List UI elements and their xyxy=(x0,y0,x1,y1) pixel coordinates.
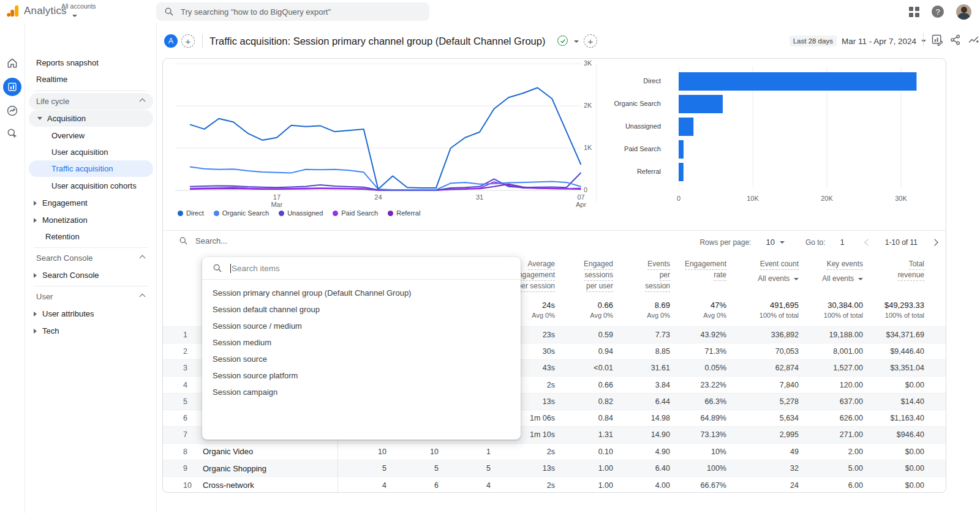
legend-item[interactable]: Organic Search xyxy=(214,209,269,217)
table-header[interactable]: Engagedsessionsper user xyxy=(555,253,613,299)
table-cell: 19,188.00 xyxy=(799,326,863,343)
table-cell: 66.3% xyxy=(670,393,726,410)
sidebar-item-tech[interactable]: Tech xyxy=(25,323,156,339)
chevron-up-icon xyxy=(140,99,146,105)
legend-item[interactable]: Referral xyxy=(388,209,420,217)
y-axis-label: 3K xyxy=(584,59,592,67)
prev-page-icon[interactable] xyxy=(864,239,871,245)
table-cell: 100% xyxy=(670,460,726,476)
legend-item[interactable]: Direct xyxy=(178,209,204,217)
sidebar-item-realtime[interactable]: Realtime xyxy=(25,71,156,88)
add-report-button[interactable]: + xyxy=(584,34,597,48)
sidebar-section-life-cycle[interactable]: Life cycle xyxy=(29,93,153,110)
dropdown-item[interactable]: Session medium xyxy=(202,334,521,351)
totals-cell: 491,695100% of total xyxy=(726,299,799,326)
dropdown-item[interactable]: Session default channel group xyxy=(202,301,521,318)
add-comparison-button[interactable]: + xyxy=(181,34,195,48)
dropdown-search-input[interactable]: Search items xyxy=(202,257,521,280)
table-cell: 5 xyxy=(386,460,439,476)
sidebar-item-user-acquisition[interactable]: User acquisition xyxy=(25,144,156,160)
explore-icon[interactable] xyxy=(3,124,21,143)
table-cell: 31.61 xyxy=(613,360,670,376)
reports-icon[interactable] xyxy=(3,78,21,96)
table-cell: $1,163.40 xyxy=(863,410,946,426)
search-icon xyxy=(213,263,222,273)
table-cell: 0.82 xyxy=(555,393,613,410)
customize-report-icon[interactable] xyxy=(931,34,943,46)
search-icon xyxy=(164,7,174,17)
user-avatar[interactable] xyxy=(956,4,971,20)
next-page-icon[interactable] xyxy=(931,239,938,245)
row-number: 1 xyxy=(163,326,203,343)
chevron-down-icon[interactable] xyxy=(780,241,785,244)
dropdown-item[interactable]: Session primary channel group (Default C… xyxy=(202,285,521,301)
dropdown-item[interactable]: Session source platform xyxy=(202,367,521,384)
divider xyxy=(923,33,924,47)
entity-avatar[interactable]: A xyxy=(164,34,178,48)
sidebar-item-acquisition[interactable]: Acquisition xyxy=(29,110,153,127)
sidebar-item-monetization[interactable]: Monetization xyxy=(25,212,156,228)
dropdown-item[interactable]: Session campaign xyxy=(202,384,521,400)
report-valid-check-icon[interactable] xyxy=(557,36,568,46)
table-cell: 32 xyxy=(726,460,799,476)
svg-text:17: 17 xyxy=(273,193,281,201)
column-filter[interactable]: All events xyxy=(799,274,863,283)
sidebar-item-engagement[interactable]: Engagement xyxy=(25,195,156,211)
goto-page-input[interactable]: 1 xyxy=(840,238,845,247)
sidebar-item-user-attributes[interactable]: User attributes xyxy=(25,305,156,322)
analytics-logo[interactable]: Analytics xyxy=(6,4,67,18)
sidebar-item-reports-snapshot[interactable]: Reports snapshot xyxy=(25,54,156,71)
report-options-caret-icon[interactable] xyxy=(574,40,579,43)
table-header[interactable]: Totalrevenue xyxy=(863,253,946,299)
sidebar-item-overview[interactable]: Overview xyxy=(25,127,156,144)
legend-item[interactable]: Paid Search xyxy=(333,209,378,217)
rows-per-page-label: Rows per page: xyxy=(699,238,751,247)
table-header[interactable]: Engagementrate xyxy=(670,253,726,299)
column-filter[interactable]: All events xyxy=(726,274,799,283)
table-cell: 71.3% xyxy=(670,343,726,359)
bar-category-label: Referral xyxy=(594,168,661,175)
table-cell: 23.22% xyxy=(670,376,726,393)
help-icon[interactable]: ? xyxy=(932,6,944,18)
row-number: 5 xyxy=(163,393,203,410)
sidebar-item-search-console[interactable]: Search Console xyxy=(25,267,156,283)
home-icon[interactable] xyxy=(3,54,21,72)
dropdown-item[interactable]: Session source xyxy=(202,351,521,367)
table-header[interactable]: Eventspersession xyxy=(613,253,670,299)
table-row[interactable]: 10Cross-network4642s1.004.0066.67%246.00… xyxy=(163,477,946,493)
advertising-icon[interactable] xyxy=(3,102,21,120)
sidebar-item-retention[interactable]: Retention xyxy=(25,228,156,245)
row-number: 4 xyxy=(163,376,203,393)
table-cell: 5 xyxy=(337,460,386,476)
table-cell: 0.05% xyxy=(670,360,726,376)
table-header[interactable]: Event countAll events xyxy=(726,253,799,299)
legend-label: Direct xyxy=(186,209,204,217)
legend-item[interactable]: Unassigned xyxy=(279,209,323,217)
apps-grid-icon[interactable] xyxy=(909,7,919,17)
table-cell: 626.00 xyxy=(799,410,863,426)
table-row[interactable]: 9Organic Shopping55513s1.006.40100%325.0… xyxy=(163,460,946,476)
rows-per-page-select[interactable]: 10 xyxy=(766,238,774,247)
legend-dot-icon xyxy=(178,211,183,216)
table-search-input[interactable]: Search... xyxy=(179,236,227,245)
table-cell: 336,892 xyxy=(726,326,799,343)
insights-icon[interactable] xyxy=(968,34,980,46)
table-cell: 1,527.00 xyxy=(799,360,863,376)
sidebar-section-search-console[interactable]: Search Console xyxy=(29,250,153,266)
table-cell: 13s xyxy=(491,460,555,476)
table-row[interactable]: 8Organic Video101012s0.104.9010%492.00$0… xyxy=(163,443,946,460)
sidebar-section-user[interactable]: User xyxy=(29,288,153,305)
dropdown-item[interactable]: Session source / medium xyxy=(202,318,521,334)
sidebar-item-traffic-acquisition[interactable]: Traffic acquisition xyxy=(29,160,153,177)
sidebar-item-user-acquisition-cohorts[interactable]: User acquisition cohorts xyxy=(25,178,156,194)
global-search-input[interactable]: Try searching "how to do BigQuery export… xyxy=(156,2,429,21)
table-cell: 4 xyxy=(439,477,491,493)
bar-category-label: Paid Search xyxy=(594,145,661,152)
date-range-selector[interactable]: Last 28 days Mar 11 - Apr 7, 2024 xyxy=(790,36,926,47)
date-preset-chip: Last 28 days xyxy=(790,36,837,47)
table-cell: 14.98 xyxy=(613,410,670,426)
account-switcher[interactable]: All accounts xyxy=(61,2,96,21)
share-icon[interactable] xyxy=(949,34,962,46)
date-range-value: Mar 11 - Apr 7, 2024 xyxy=(842,37,916,46)
table-header[interactable]: Key eventsAll events xyxy=(799,253,863,299)
